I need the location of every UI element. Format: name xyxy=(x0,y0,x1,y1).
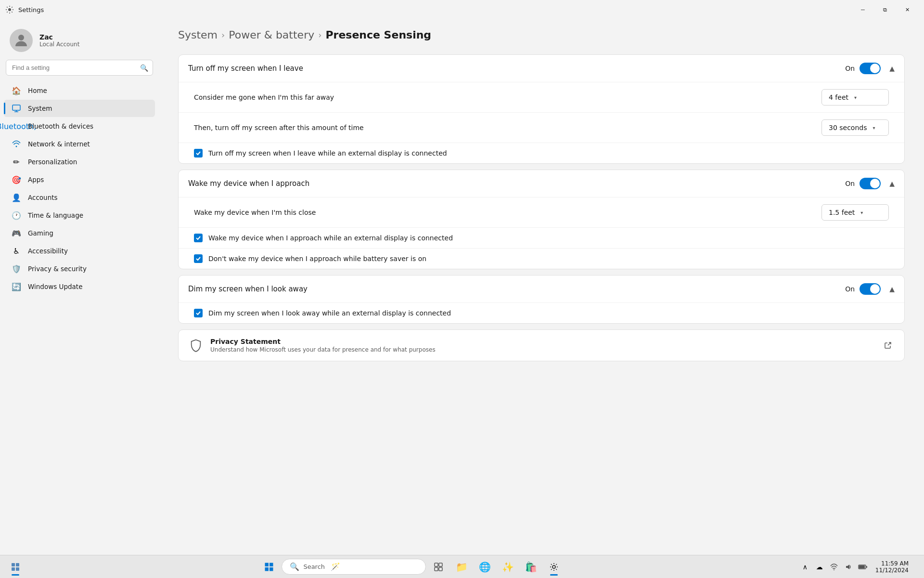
sidebar-item-network[interactable]: Network & internet xyxy=(4,135,155,153)
dim-screen-toggle-container: On xyxy=(845,283,881,295)
clock-time: 11:59 AM xyxy=(881,560,909,567)
wake-device-panel: Wake my device when I approach On ▲ Wake… xyxy=(178,170,905,269)
privacy-statement-title: Privacy Statement xyxy=(210,338,874,345)
svg-point-18 xyxy=(552,565,555,568)
taskbar-search[interactable]: 🔍 Search 🪄 xyxy=(282,559,426,575)
settings-taskbar-btn[interactable] xyxy=(6,557,25,577)
taskbar-clock[interactable]: 11:59 AM 11/12/2024 xyxy=(873,560,911,574)
gear-icon xyxy=(549,562,559,572)
breadcrumb-sep-1: › xyxy=(221,30,225,40)
user-info: Zac Local Account xyxy=(39,33,79,48)
breadcrumb-sep-2: › xyxy=(318,30,321,40)
svg-rect-12 xyxy=(265,567,269,571)
turn-off-external-checkbox[interactable] xyxy=(194,149,203,158)
svg-rect-22 xyxy=(866,566,867,568)
tray-wifi[interactable] xyxy=(827,558,841,576)
wake-close-dropdown[interactable]: 1.5 feet ▾ xyxy=(821,204,889,221)
sidebar-item-bluetooth[interactable]: Bluetooth; Bluetooth & devices xyxy=(4,118,155,135)
user-section[interactable]: Zac Local Account xyxy=(0,19,159,60)
turn-off-screen-header[interactable]: Turn off my screen when I leave On ▲ xyxy=(179,55,904,82)
wake-device-header[interactable]: Wake my device when I approach On ▲ xyxy=(179,170,904,197)
system-tray: ∧ ☁ xyxy=(798,558,870,576)
minimize-button[interactable]: ─ xyxy=(852,2,874,17)
settings-pin-btn[interactable] xyxy=(543,557,565,577)
tray-battery[interactable] xyxy=(856,558,870,576)
chevron-down-icon: ▾ xyxy=(860,210,863,215)
sidebar-item-home[interactable]: 🏠 Home xyxy=(4,82,155,99)
store-btn[interactable]: 🛍️ xyxy=(520,557,541,577)
wake-external-checkbox[interactable] xyxy=(194,234,203,242)
sidebar-item-accounts[interactable]: 👤 Accounts xyxy=(4,189,155,206)
restore-button[interactable]: ⧉ xyxy=(874,2,896,17)
user-name: Zac xyxy=(39,33,79,41)
edge-btn[interactable]: 🌐 xyxy=(474,557,495,577)
accessibility-icon: ♿ xyxy=(12,246,21,256)
sidebar-item-personalization[interactable]: ✏️ Personalization xyxy=(4,153,155,171)
sidebar-item-apps[interactable]: 🎯 Apps xyxy=(4,171,155,188)
show-desktop-button[interactable] xyxy=(914,558,918,576)
taskview-button[interactable] xyxy=(428,557,449,577)
external-link-icon[interactable] xyxy=(881,339,895,352)
sidebar-item-privacy[interactable]: 🛡️ Privacy & security xyxy=(4,260,155,277)
sidebar-item-system[interactable]: System xyxy=(4,100,155,117)
search-input[interactable] xyxy=(6,60,153,76)
wake-device-toggle[interactable] xyxy=(860,178,881,189)
turn-off-toggle[interactable] xyxy=(860,63,881,74)
gaming-icon: 🎮 xyxy=(12,228,21,238)
window-title: Settings xyxy=(18,6,44,13)
close-button[interactable]: ✕ xyxy=(896,2,918,17)
breadcrumb: System › Power & battery › Presence Sens… xyxy=(178,29,905,41)
dim-screen-panel: Dim my screen when I look away On ▲ Dim … xyxy=(178,275,905,324)
consider-gone-dropdown[interactable]: 4 feet ▾ xyxy=(821,89,889,105)
turn-off-time-label: Then, turn off my screen after this amou… xyxy=(194,124,821,131)
consider-gone-label: Consider me gone when I'm this far away xyxy=(194,93,821,101)
sidebar-item-gaming[interactable]: 🎮 Gaming xyxy=(4,224,155,242)
consider-gone-value: 4 feet xyxy=(829,93,848,101)
dim-external-label: Dim my screen when I look away while an … xyxy=(208,309,451,317)
dim-screen-header[interactable]: Dim my screen when I look away On ▲ xyxy=(179,276,904,302)
sidebar-item-label: Privacy & security xyxy=(28,265,87,273)
turn-off-time-value: 30 seconds xyxy=(829,124,867,131)
privacy-shield-icon xyxy=(188,338,204,353)
dim-external-checkbox[interactable] xyxy=(194,309,203,317)
file-explorer-btn[interactable]: 📁 xyxy=(451,557,472,577)
tray-chevron[interactable]: ∧ xyxy=(798,558,812,576)
svg-rect-7 xyxy=(16,563,19,566)
turn-off-toggle-container: On xyxy=(845,63,881,74)
update-icon: 🔄 xyxy=(12,282,21,291)
user-avatar-icon xyxy=(13,32,30,49)
wake-device-title: Wake my device when I approach xyxy=(188,179,845,188)
taskbar-center: 🔍 Search 🪄 📁 🌐 ✨ 🛍️ xyxy=(25,557,798,577)
no-wake-battery-label: Don't wake my device when I approach whi… xyxy=(208,255,426,263)
wifi-icon xyxy=(830,563,838,571)
svg-rect-8 xyxy=(12,567,15,571)
svg-rect-16 xyxy=(435,567,438,571)
start-button[interactable] xyxy=(258,557,280,577)
sidebar-item-windows-update[interactable]: 🔄 Windows Update xyxy=(4,278,155,295)
wake-external-row: Wake my device when I approach while an … xyxy=(179,228,904,249)
taskbar-search-text: Search xyxy=(303,563,325,570)
sidebar-item-label: Time & language xyxy=(28,211,83,219)
tray-volume[interactable] xyxy=(842,558,855,576)
dim-screen-toggle-label: On xyxy=(845,285,855,293)
checkmark-icon xyxy=(195,235,201,241)
sidebar-item-time[interactable]: 🕐 Time & language xyxy=(4,207,155,224)
dim-screen-toggle[interactable] xyxy=(860,283,881,295)
turn-off-screen-content: Consider me gone when I'm this far away … xyxy=(179,82,904,163)
breadcrumb-power[interactable]: Power & battery xyxy=(229,29,314,41)
svg-rect-11 xyxy=(270,563,273,566)
sidebar-item-accessibility[interactable]: ♿ Accessibility xyxy=(4,242,155,260)
svg-rect-9 xyxy=(16,567,19,571)
svg-rect-15 xyxy=(439,563,442,566)
tray-cloud[interactable]: ☁ xyxy=(813,558,826,576)
title-bar-left: Settings xyxy=(6,6,44,13)
no-wake-battery-checkbox[interactable] xyxy=(194,254,203,263)
copilot-btn[interactable]: ✨ xyxy=(497,557,518,577)
sidebar-item-label: Personalization xyxy=(28,158,77,166)
breadcrumb-system[interactable]: System xyxy=(178,29,218,41)
dim-screen-title: Dim my screen when I look away xyxy=(188,285,845,293)
turn-off-time-dropdown[interactable]: 30 seconds ▾ xyxy=(821,119,889,136)
network-icon xyxy=(12,139,21,149)
personalization-icon: ✏️ xyxy=(12,157,21,167)
dim-screen-content: Dim my screen when I look away while an … xyxy=(179,302,904,323)
